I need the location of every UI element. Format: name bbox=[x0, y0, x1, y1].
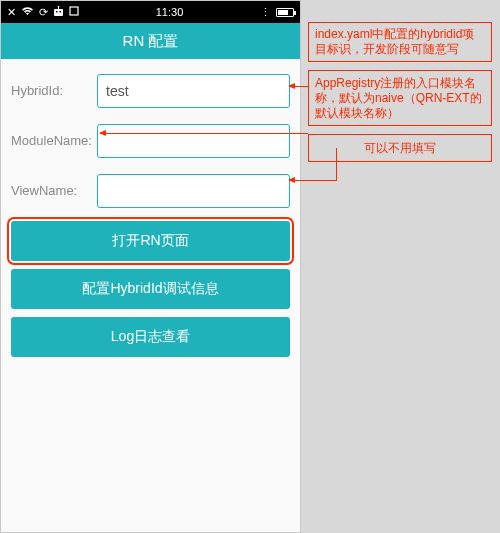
svg-rect-1 bbox=[56, 11, 58, 13]
arrow-to-viewname bbox=[289, 180, 337, 181]
label-hybridid: HybridId: bbox=[11, 84, 97, 98]
open-rn-page-button[interactable]: 打开RN页面 bbox=[11, 221, 290, 261]
battery-icon bbox=[276, 8, 294, 17]
status-right: ⋮ bbox=[260, 6, 294, 19]
svg-rect-2 bbox=[60, 11, 62, 13]
arrow-to-viewname-vert bbox=[336, 148, 337, 180]
sync-icon: ⟳ bbox=[39, 6, 48, 19]
row-modulename: ModuleName: bbox=[11, 119, 290, 163]
arrow-to-hybridid bbox=[289, 86, 308, 87]
row-hybridid: HybridId: bbox=[11, 69, 290, 113]
annotation-hybridid-text: index.yaml中配置的hybridid项目标识，开发阶段可随意写 bbox=[315, 27, 485, 57]
annotation-modulename: AppRegistry注册的入口模块名称，默认为naive（QRN-EXT的默认… bbox=[308, 70, 492, 126]
robot-icon bbox=[53, 6, 64, 19]
input-viewname[interactable] bbox=[97, 174, 290, 208]
svg-point-4 bbox=[58, 6, 60, 7]
annotation-modulename-text: AppRegistry注册的入口模块名称，默认为naive（QRN-EXT的默认… bbox=[315, 76, 485, 121]
svg-rect-0 bbox=[54, 9, 63, 16]
row-viewname: ViewName: bbox=[11, 169, 290, 213]
status-time: 11:30 bbox=[156, 6, 184, 18]
config-hybridid-debug-button[interactable]: 配置HybridId调试信息 bbox=[11, 269, 290, 309]
arrow-to-modulename bbox=[100, 133, 308, 134]
annotation-viewname-text: 可以不用填写 bbox=[364, 141, 436, 156]
arrow-joint bbox=[336, 148, 337, 149]
close-icon: ✕ bbox=[7, 6, 16, 19]
svg-rect-5 bbox=[70, 7, 78, 15]
input-modulename[interactable] bbox=[97, 124, 290, 158]
menu-dots-icon: ⋮ bbox=[260, 6, 271, 19]
page-title: RN 配置 bbox=[123, 32, 179, 51]
app-header: RN 配置 bbox=[1, 23, 300, 59]
square-icon bbox=[69, 6, 79, 18]
annotation-hybridid: index.yaml中配置的hybridid项目标识，开发阶段可随意写 bbox=[308, 22, 492, 62]
log-view-button[interactable]: Log日志查看 bbox=[11, 317, 290, 357]
label-modulename: ModuleName: bbox=[11, 134, 97, 148]
config-form: HybridId: ModuleName: ViewName: bbox=[1, 59, 300, 213]
wifi-icon bbox=[21, 6, 34, 18]
phone-frame: ✕ ⟳ 11:30 ⋮ RN 配置 HybridId: ModuleName: bbox=[0, 0, 301, 533]
status-bar: ✕ ⟳ 11:30 ⋮ bbox=[1, 1, 300, 23]
status-left: ✕ ⟳ bbox=[7, 6, 79, 19]
input-hybridid[interactable] bbox=[97, 74, 290, 108]
label-viewname: ViewName: bbox=[11, 184, 97, 198]
